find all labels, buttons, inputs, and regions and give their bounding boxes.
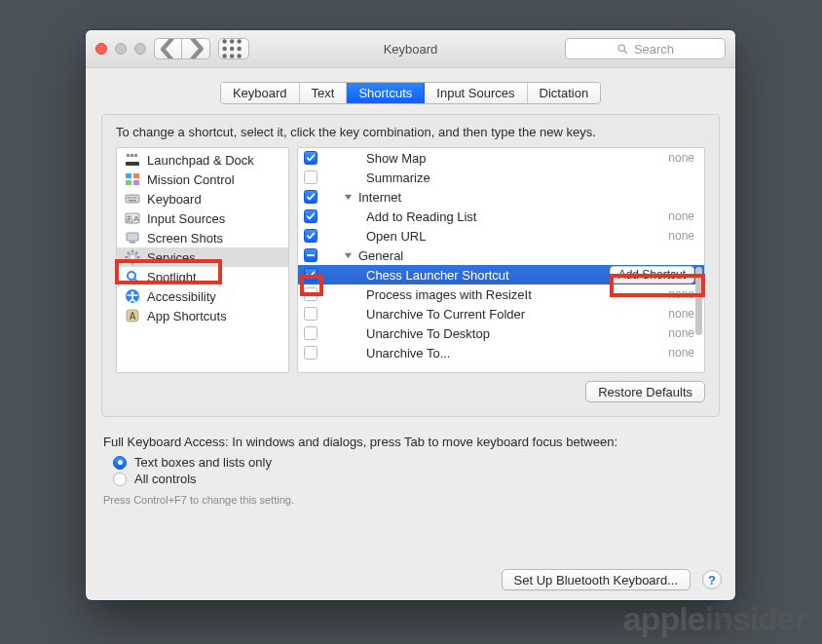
checkbox[interactable] <box>304 229 318 243</box>
radio-all-controls[interactable]: All controls <box>113 472 718 486</box>
svg-point-0 <box>222 39 227 44</box>
tree-item[interactable]: Unarchive To...none <box>298 343 704 362</box>
svg-rect-17 <box>133 173 139 178</box>
svg-rect-13 <box>127 154 130 157</box>
shortcuts-panel: To change a shortcut, select it, click t… <box>101 114 720 417</box>
search-field[interactable]: Search <box>565 38 726 59</box>
disclosure-triangle-icon[interactable] <box>343 193 353 202</box>
tree-item[interactable]: Process images with ResizeItnone <box>298 284 704 304</box>
checkbox[interactable] <box>304 248 318 262</box>
tree-item[interactable]: Unarchive To Current Foldernone <box>298 304 704 323</box>
tab-input-sources[interactable]: Input Sources <box>425 83 527 103</box>
checkbox[interactable] <box>304 190 318 204</box>
checkbox[interactable] <box>304 268 318 282</box>
category-label: Spotlight <box>147 270 197 284</box>
category-input-sources[interactable]: あAInput Sources <box>117 208 288 228</box>
checkbox[interactable] <box>304 307 318 321</box>
back-button[interactable] <box>155 39 182 58</box>
help-button[interactable]: ? <box>702 570 722 589</box>
svg-point-31 <box>131 255 134 259</box>
shortcut-value: none <box>668 287 694 301</box>
row-label: Show Map <box>366 151 426 166</box>
svg-rect-25 <box>129 200 136 202</box>
app-shortcuts-icon: A <box>125 308 140 323</box>
category-keyboard[interactable]: Keyboard <box>117 189 288 208</box>
tab-dictation[interactable]: Dictation <box>528 83 601 103</box>
tree-item[interactable]: Chess Launcher ShortcutAdd Shortcut <box>298 265 704 284</box>
search-icon <box>616 43 628 55</box>
scrollbar-thumb[interactable] <box>695 267 702 335</box>
add-shortcut-button[interactable]: Add Shortcut <box>610 266 694 284</box>
svg-rect-23 <box>132 197 134 199</box>
radio-label: Text boxes and lists only <box>134 455 272 470</box>
tree-item[interactable]: Summarize <box>298 168 704 187</box>
minimize-window-button[interactable] <box>115 43 127 55</box>
grid-icon <box>219 34 248 63</box>
category-mission-control[interactable]: Mission Control <box>117 170 288 189</box>
svg-text:A: A <box>129 311 135 322</box>
svg-point-2 <box>237 39 242 44</box>
radio-off[interactable] <box>113 473 127 486</box>
row-label: Unarchive To... <box>366 346 450 360</box>
category-spotlight[interactable]: Spotlight <box>117 267 288 286</box>
category-label: Accessibility <box>147 289 216 304</box>
tab-shortcuts[interactable]: Shortcuts <box>347 83 425 103</box>
category-accessibility[interactable]: Accessibility <box>117 286 288 306</box>
svg-rect-24 <box>135 197 137 199</box>
checkbox[interactable] <box>304 326 318 340</box>
forward-button[interactable] <box>182 39 209 58</box>
keyboard-preferences-window: Keyboard Search KeyboardTextShortcutsInp… <box>86 30 735 600</box>
scrollbar[interactable] <box>693 150 702 370</box>
category-label: Screen Shots <box>147 231 223 246</box>
radio-on[interactable] <box>113 456 127 470</box>
category-screen-shots[interactable]: Screen Shots <box>117 228 288 247</box>
svg-point-1 <box>230 39 235 44</box>
tree-item[interactable]: Unarchive To Desktopnone <box>298 323 704 343</box>
category-app-shortcuts[interactable]: AApp Shortcuts <box>117 306 288 325</box>
category-launchpad-dock[interactable]: Launchpad & Dock <box>117 150 288 170</box>
category-services[interactable]: Services <box>117 247 288 267</box>
launchpad-icon <box>125 152 140 168</box>
row-label: Unarchive To Current Folder <box>366 307 525 322</box>
setup-bluetooth-button[interactable]: Set Up Bluetooth Keyboard... <box>502 569 691 590</box>
svg-line-39 <box>128 260 130 262</box>
svg-rect-14 <box>131 154 133 157</box>
tree-item[interactable]: Show Mapnone <box>298 148 704 168</box>
chevron-right-icon <box>182 38 209 59</box>
checkbox[interactable] <box>304 209 318 223</box>
spotlight-icon <box>125 269 140 284</box>
radio-text-boxes[interactable]: Text boxes and lists only <box>113 455 718 470</box>
tab-keyboard[interactable]: Keyboard <box>221 83 300 103</box>
checkbox[interactable] <box>304 170 318 184</box>
tree-item[interactable]: Open URLnone <box>298 226 704 246</box>
mission-control-icon <box>125 171 140 187</box>
zoom-window-button[interactable] <box>134 43 146 55</box>
checkbox[interactable] <box>304 346 318 360</box>
close-window-button[interactable] <box>95 43 107 55</box>
checkbox[interactable] <box>304 151 318 165</box>
row-label: Open URL <box>366 229 426 244</box>
shortcut-value: none <box>668 151 694 165</box>
row-label: General <box>358 248 403 263</box>
chevron-left-icon <box>155 38 181 59</box>
svg-rect-15 <box>134 154 137 157</box>
disclosure-triangle-icon[interactable] <box>343 251 353 260</box>
radio-label: All controls <box>134 472 197 486</box>
row-label: Chess Launcher Shortcut <box>366 268 509 283</box>
restore-defaults-button[interactable]: Restore Defaults <box>585 381 705 402</box>
bottom-bar: Set Up Bluetooth Keyboard... ? <box>86 559 735 600</box>
tree-group[interactable]: Internet <box>298 187 704 207</box>
checkbox[interactable] <box>304 287 318 301</box>
tree-item[interactable]: Add to Reading Listnone <box>298 207 704 226</box>
svg-point-8 <box>230 54 235 58</box>
shortcut-value: none <box>668 346 694 360</box>
svg-rect-21 <box>128 197 130 199</box>
show-all-button[interactable] <box>218 38 249 59</box>
tree-group[interactable]: General <box>298 246 704 265</box>
fka-hint: Press Control+F7 to change this setting. <box>103 494 718 506</box>
keyboard-icon <box>125 191 140 207</box>
shortcuts-tree[interactable]: Show MapnoneSummarizeInternetAdd to Read… <box>297 147 705 373</box>
categories-list[interactable]: Launchpad & DockMission ControlKeyboardあ… <box>116 147 289 373</box>
svg-point-7 <box>222 54 227 58</box>
tab-text[interactable]: Text <box>300 83 348 103</box>
